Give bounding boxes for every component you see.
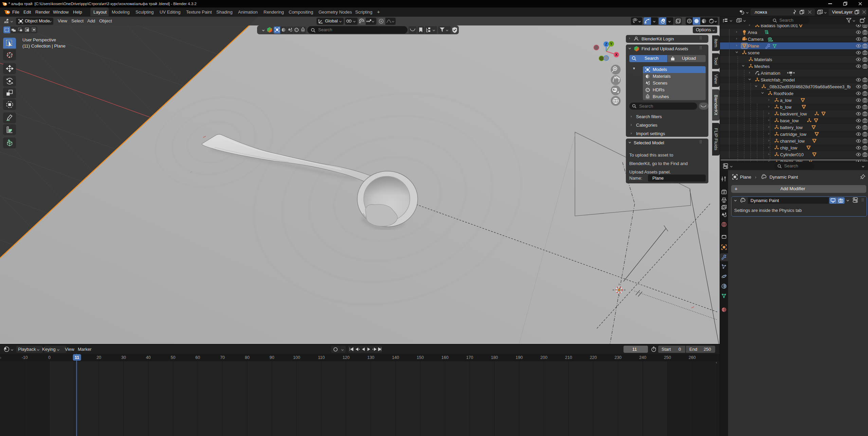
svg-text:150: 150 <box>417 355 424 360</box>
svg-text:200: 200 <box>540 355 547 360</box>
svg-text:50: 50 <box>171 355 176 360</box>
svg-text:0: 0 <box>48 355 51 360</box>
svg-text:110: 110 <box>318 355 325 360</box>
svg-text:11: 11 <box>75 355 79 360</box>
svg-text:220: 220 <box>590 355 597 360</box>
svg-text:30: 30 <box>121 355 126 360</box>
svg-text:80: 80 <box>245 355 250 360</box>
svg-text:210: 210 <box>565 355 572 360</box>
svg-text:260: 260 <box>689 355 696 360</box>
svg-text:160: 160 <box>441 355 449 360</box>
svg-text:20: 20 <box>96 355 101 360</box>
svg-text:180: 180 <box>491 355 498 360</box>
svg-text:Z: Z <box>605 42 608 46</box>
svg-text:40: 40 <box>146 355 151 360</box>
svg-text:120: 120 <box>343 355 350 360</box>
svg-text:170: 170 <box>466 355 473 360</box>
svg-text:100: 100 <box>293 355 300 360</box>
svg-text:Y: Y <box>610 42 613 46</box>
svg-text:230: 230 <box>614 355 621 360</box>
svg-text:250: 250 <box>664 355 671 360</box>
svg-text:140: 140 <box>392 355 399 360</box>
svg-text:60: 60 <box>195 355 200 360</box>
svg-text:90: 90 <box>270 355 274 360</box>
svg-text:240: 240 <box>639 355 646 360</box>
svg-text:X: X <box>615 53 618 57</box>
svg-text:-10: -10 <box>22 355 28 360</box>
svg-text:70: 70 <box>220 355 225 360</box>
svg-text:130: 130 <box>367 355 374 360</box>
svg-text:190: 190 <box>516 355 523 360</box>
